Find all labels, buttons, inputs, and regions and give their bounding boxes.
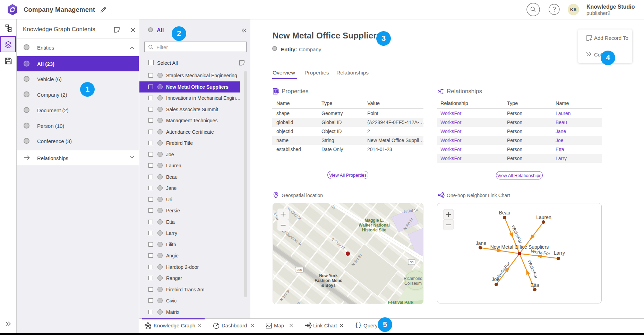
svg-text:WorksFor: WorksFor bbox=[496, 261, 512, 280]
svg-text:Larry: Larry bbox=[554, 250, 565, 256]
svg-text:Festival Park: Festival Park bbox=[388, 300, 413, 304]
svg-text:Richmond: Richmond bbox=[404, 276, 422, 281]
svg-text:Etta: Etta bbox=[531, 282, 539, 288]
svg-text:Coliseum: Coliseum bbox=[404, 281, 422, 286]
svg-text:& Boys: & Boys bbox=[321, 283, 336, 288]
svg-text:250: 250 bbox=[297, 268, 302, 272]
svg-text:33: 33 bbox=[410, 260, 414, 264]
svg-text:Maggie L.: Maggie L. bbox=[364, 218, 384, 223]
svg-text:WorksFor: WorksFor bbox=[527, 259, 539, 279]
svg-text:Beau: Beau bbox=[499, 210, 510, 215]
svg-text:Fashion Mens: Fashion Mens bbox=[315, 278, 342, 283]
svg-text:Jane: Jane bbox=[476, 240, 487, 246]
svg-text:New Metal Office Suppliers: New Metal Office Suppliers bbox=[490, 244, 549, 250]
svg-text:Historic Site: Historic Site bbox=[362, 228, 386, 232]
svg-text:Lauren: Lauren bbox=[536, 214, 551, 220]
svg-text:New York: New York bbox=[319, 273, 338, 278]
svg-text:Walker National: Walker National bbox=[359, 223, 390, 228]
